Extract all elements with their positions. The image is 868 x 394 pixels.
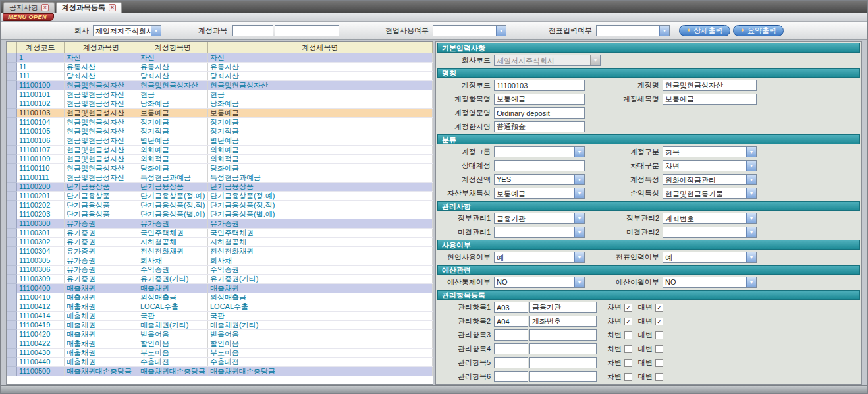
account-division-select[interactable]: 항목▼ xyxy=(663,146,757,157)
cell-account-subject[interactable]: 현금및현금성자산 xyxy=(65,173,138,183)
table-row[interactable]: 11100304유가증권전신전화채권전신전화채권 xyxy=(7,247,433,256)
credit-checkbox[interactable]: ✓ xyxy=(655,318,663,325)
credit-checkbox[interactable] xyxy=(655,331,663,339)
table-row[interactable]: 11100201단기금융상품단기금융상품(정.예)단기금융상품(정.예) xyxy=(7,192,433,201)
row-selector[interactable] xyxy=(7,72,17,81)
mgmt-item-name-input[interactable] xyxy=(529,343,597,354)
cell-account-detail[interactable]: 유가증권 xyxy=(208,219,433,229)
header-account-item[interactable]: 계정항목명 xyxy=(138,42,208,53)
cell-account-subject[interactable]: 현금및현금성자산 xyxy=(65,164,138,173)
cell-account-subject[interactable]: 현금및현금성자산 xyxy=(65,127,138,136)
row-selector[interactable] xyxy=(7,146,17,155)
cell-account-subject[interactable]: 단기금융상품 xyxy=(65,183,138,192)
cell-account-subject[interactable]: 매출채권 xyxy=(65,293,138,302)
table-row[interactable]: 11100110현금및현금성자산당좌예금당좌예금 xyxy=(7,164,433,173)
cell-account-detail[interactable]: 회사채 xyxy=(208,256,433,266)
cell-account-item[interactable]: 외화적금 xyxy=(138,155,208,164)
cell-account-subject[interactable]: 유가증권 xyxy=(65,247,138,256)
cell-account-detail[interactable]: 정기예금 xyxy=(208,118,433,127)
row-selector[interactable] xyxy=(7,90,17,99)
credit-checkbox[interactable] xyxy=(655,359,663,367)
cell-account-code[interactable]: 11100419 xyxy=(17,321,65,330)
table-row[interactable]: 11100419매출채권매출채권(기타)매출채권(기타) xyxy=(7,321,433,330)
row-selector[interactable] xyxy=(7,164,17,173)
cell-account-item[interactable]: 단기금융상품(정.예) xyxy=(138,192,208,201)
row-selector[interactable] xyxy=(7,173,17,183)
cell-account-item[interactable]: 현금 xyxy=(138,90,208,99)
menu-open-button[interactable]: MENU OPEN xyxy=(3,13,54,21)
cell-account-detail[interactable]: 자산 xyxy=(208,53,433,63)
cell-account-item[interactable]: 지하철공채 xyxy=(138,238,208,247)
cell-account-subject[interactable]: 유가증권 xyxy=(65,256,138,266)
row-selector[interactable] xyxy=(7,238,17,247)
cell-account-detail[interactable]: 부도어음 xyxy=(208,349,433,358)
hanja-name-input[interactable] xyxy=(494,121,585,132)
cell-account-detail[interactable]: 할인어음 xyxy=(208,339,433,349)
mgmt-item-name-input[interactable] xyxy=(529,357,597,368)
cell-account-code[interactable]: 11100412 xyxy=(17,302,65,312)
table-row[interactable]: 11유동자산유동자산유동자산 xyxy=(7,63,433,72)
cell-account-detail[interactable]: LOCAL수출 xyxy=(208,302,433,312)
row-selector[interactable] xyxy=(7,155,17,164)
cell-account-code[interactable]: 11100105 xyxy=(17,127,65,136)
table-row[interactable]: 11100302유가증권지하철공채지하철공채 xyxy=(7,238,433,247)
account-balance-select[interactable]: YES▼ xyxy=(494,174,585,185)
cell-account-code[interactable]: 11100203 xyxy=(17,210,65,219)
cell-account-subject[interactable]: 유가증권 xyxy=(65,219,138,229)
row-selector[interactable] xyxy=(7,293,17,302)
debit-checkbox[interactable] xyxy=(624,359,632,367)
row-selector[interactable] xyxy=(7,349,17,358)
cell-account-code[interactable]: 11100104 xyxy=(17,118,65,127)
account-group-select[interactable]: ▼ xyxy=(494,146,585,157)
mgmt-item-name-input[interactable] xyxy=(529,329,597,341)
cell-account-subject[interactable]: 현금및현금성자산 xyxy=(65,81,138,90)
cell-account-item[interactable]: 단기금융상품(별.예) xyxy=(138,210,208,219)
cell-account-code[interactable]: 11100106 xyxy=(17,136,65,146)
cell-account-code[interactable]: 11100422 xyxy=(17,339,65,349)
cell-account-detail[interactable]: 수익증권 xyxy=(208,266,433,275)
cell-account-detail[interactable]: 지하철공채 xyxy=(208,238,433,247)
table-row[interactable]: 11100203단기금융상품단기금융상품(별.예)단기금융상품(별.예) xyxy=(7,210,433,219)
cell-account-item[interactable]: 외상매출금 xyxy=(138,293,208,302)
table-row[interactable]: 11100202단기금융상품단기금융상품(정.적)단기금융상품(정.적) xyxy=(7,201,433,210)
cell-account-item[interactable]: 정기예금 xyxy=(138,118,208,127)
cell-account-detail[interactable]: 매출채권(기타) xyxy=(208,321,433,330)
row-selector[interactable] xyxy=(7,219,17,229)
cell-account-detail[interactable]: 단기금융상품(정.예) xyxy=(208,192,433,201)
debit-checkbox[interactable]: ✓ xyxy=(624,304,632,312)
cell-account-detail[interactable]: 매출채권대손충당금 xyxy=(208,367,433,376)
cell-account-subject[interactable]: 유가증권 xyxy=(65,238,138,247)
cell-account-code[interactable]: 11100101 xyxy=(17,90,65,99)
cell-account-code[interactable]: 11100202 xyxy=(17,201,65,210)
tab-notice[interactable]: 공지사항 × xyxy=(3,2,55,13)
cell-account-item[interactable]: 외화예금 xyxy=(138,146,208,155)
row-selector[interactable] xyxy=(7,109,17,118)
debit-checkbox[interactable] xyxy=(624,331,632,339)
cell-account-detail[interactable]: 특정현금과예금 xyxy=(208,173,433,183)
row-selector[interactable] xyxy=(7,358,17,367)
row-selector[interactable] xyxy=(7,136,17,146)
cell-account-detail[interactable]: 별단예금 xyxy=(208,136,433,146)
close-icon[interactable]: × xyxy=(41,4,49,11)
budget-carryover-select[interactable]: NO▼ xyxy=(663,277,757,288)
detail-print-button[interactable]: ✦ 상세출력 xyxy=(679,25,730,36)
cell-account-item[interactable]: 유동자산 xyxy=(138,63,208,72)
cell-account-code[interactable]: 11100309 xyxy=(17,275,65,284)
cell-account-code[interactable]: 11 xyxy=(17,63,65,72)
cell-account-item[interactable]: 특정현금과예금 xyxy=(138,173,208,183)
cell-account-code[interactable]: 11100100 xyxy=(17,81,65,90)
cell-account-code[interactable]: 11100201 xyxy=(17,192,65,201)
credit-checkbox[interactable] xyxy=(655,373,663,381)
cell-account-detail[interactable]: 당좌자산 xyxy=(208,72,433,81)
cell-account-item[interactable]: 유가증권 xyxy=(138,219,208,229)
cell-account-item[interactable]: 국민주택채권 xyxy=(138,229,208,238)
account-code-input[interactable] xyxy=(494,80,585,91)
credit-checkbox[interactable]: ✓ xyxy=(655,304,663,312)
cell-account-item[interactable]: 매출채권대손충당금 xyxy=(138,367,208,376)
ledger-mgmt2-select[interactable]: 계좌번호▼ xyxy=(663,213,757,224)
table-row[interactable]: 11100430매출채권부도어음부도어음 xyxy=(7,349,433,358)
cell-account-code[interactable]: 11100440 xyxy=(17,358,65,367)
row-selector[interactable] xyxy=(7,63,17,72)
cell-account-detail[interactable]: 단기금융상품 xyxy=(208,183,433,192)
cell-account-code[interactable]: 11100301 xyxy=(17,229,65,238)
